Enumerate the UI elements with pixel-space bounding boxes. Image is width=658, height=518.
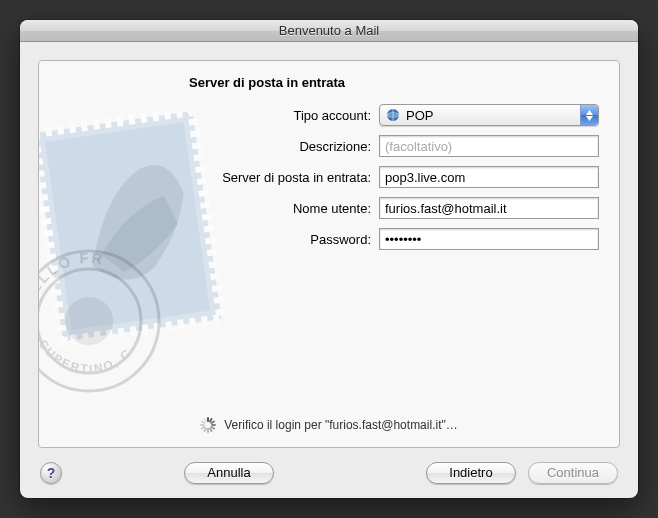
account-type-select[interactable]: POP bbox=[379, 104, 599, 126]
window-content: HELLO FR CUPERTINO, C Server di posta in… bbox=[20, 42, 638, 498]
back-button[interactable]: Indietro bbox=[426, 462, 516, 484]
cancel-button[interactable]: Annulla bbox=[184, 462, 274, 484]
postmark-bottom-text: CUPERTINO, C bbox=[38, 337, 135, 376]
svg-text:HELLO FR: HELLO FR bbox=[38, 249, 105, 308]
svg-text:CUPERTINO, C: CUPERTINO, C bbox=[38, 337, 135, 376]
select-arrows-icon bbox=[580, 105, 598, 125]
svg-point-3 bbox=[38, 269, 141, 373]
postmark-graphic: HELLO FR CUPERTINO, C bbox=[38, 241, 169, 401]
window-title: Benvenuto a Mail bbox=[279, 23, 379, 38]
row-account-type: Tipo account: POP bbox=[59, 104, 599, 126]
label-password: Password: bbox=[59, 232, 379, 247]
button-row: ? Annulla Indietro Continua bbox=[38, 462, 620, 484]
label-username: Nome utente: bbox=[59, 201, 379, 216]
row-description: Descrizione: bbox=[59, 135, 599, 157]
help-button[interactable]: ? bbox=[40, 462, 62, 484]
continue-button[interactable]: Continua bbox=[528, 462, 618, 484]
row-password: Password: bbox=[59, 228, 599, 250]
status-row: Verifico il login per "furios.fast@hotma… bbox=[39, 417, 619, 433]
label-incoming-server: Server di posta in entrata: bbox=[59, 170, 379, 185]
username-input[interactable] bbox=[379, 197, 599, 219]
description-input[interactable] bbox=[379, 135, 599, 157]
form-heading: Server di posta in entrata bbox=[189, 75, 599, 90]
row-username: Nome utente: bbox=[59, 197, 599, 219]
globe-icon bbox=[386, 108, 400, 122]
password-input[interactable] bbox=[379, 228, 599, 250]
spinner-icon bbox=[200, 417, 216, 433]
label-description: Descrizione: bbox=[59, 139, 379, 154]
form-panel: HELLO FR CUPERTINO, C Server di posta in… bbox=[38, 60, 620, 448]
form-area: Server di posta in entrata Tipo account:… bbox=[59, 75, 599, 250]
incoming-server-input[interactable] bbox=[379, 166, 599, 188]
postmark-top-text: HELLO FR bbox=[38, 249, 105, 308]
svg-point-2 bbox=[38, 251, 159, 391]
mail-setup-window: Benvenuto a Mail HELLO FR bbox=[20, 20, 638, 498]
window-titlebar: Benvenuto a Mail bbox=[20, 20, 638, 42]
label-account-type: Tipo account: bbox=[59, 108, 379, 123]
row-incoming-server: Server di posta in entrata: bbox=[59, 166, 599, 188]
help-icon: ? bbox=[47, 465, 56, 481]
account-type-value: POP bbox=[406, 108, 580, 123]
status-text: Verifico il login per "furios.fast@hotma… bbox=[224, 418, 457, 432]
